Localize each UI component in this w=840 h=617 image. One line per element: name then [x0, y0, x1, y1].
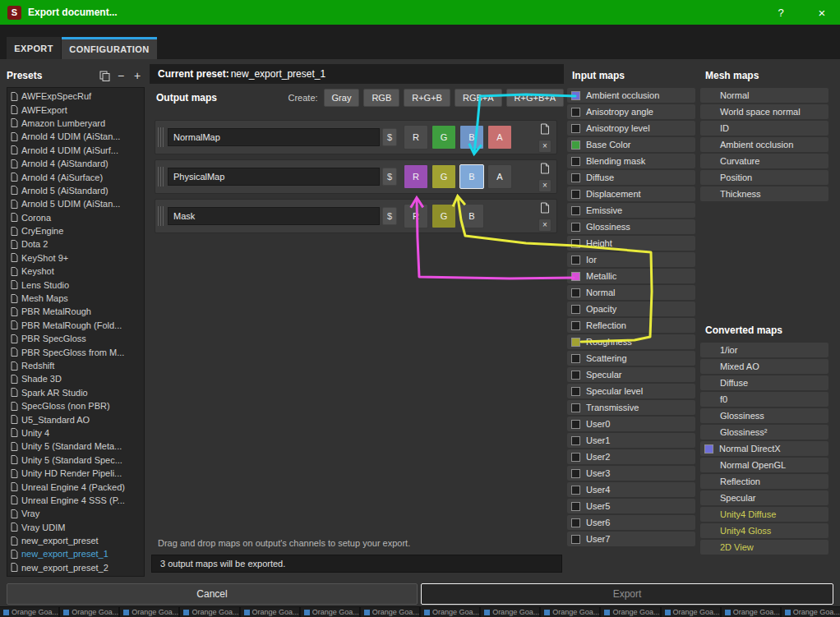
- taskbar-item[interactable]: Orange Goa...: [421, 607, 479, 617]
- map-checkbox[interactable]: [571, 190, 580, 199]
- preset-list-item[interactable]: SpecGloss (non PBR): [7, 399, 144, 412]
- channel-r[interactable]: R: [404, 164, 428, 189]
- input-map-item[interactable]: User7: [567, 532, 695, 546]
- channel-g[interactable]: G: [432, 164, 456, 189]
- preset-list-item[interactable]: Unreal Engine 4 (Packed): [7, 480, 144, 493]
- map-checkbox[interactable]: [571, 108, 580, 117]
- channel-g[interactable]: G: [432, 125, 456, 150]
- input-map-item[interactable]: User4: [567, 482, 695, 497]
- preset-list-item[interactable]: Spark AR Studio: [7, 386, 144, 399]
- taskbar-item[interactable]: Orange Goa...: [541, 607, 599, 617]
- preset-list-item[interactable]: Arnold 4 UDIM (AiStan...: [7, 130, 144, 143]
- map-checkbox[interactable]: [571, 502, 580, 511]
- preset-list-item[interactable]: Unity 5 (Standard Spec...: [7, 454, 144, 467]
- map-checkbox[interactable]: [571, 420, 580, 429]
- preset-list-item[interactable]: Lens Studio: [7, 278, 144, 291]
- input-map-item[interactable]: Emissive: [567, 203, 695, 218]
- taskbar-item[interactable]: Orange Goa...: [601, 607, 659, 617]
- map-checkbox[interactable]: [571, 436, 580, 445]
- input-map-item[interactable]: User3: [567, 466, 695, 481]
- converted-map-item[interactable]: Reflection: [700, 474, 828, 489]
- cancel-button[interactable]: Cancel: [7, 583, 418, 605]
- preset-list-item[interactable]: Arnold 4 (AiStandard): [7, 157, 144, 170]
- channel-r[interactable]: R: [404, 204, 428, 228]
- input-map-item[interactable]: Reflection: [567, 318, 695, 333]
- copy-preset-button[interactable]: [97, 68, 112, 83]
- map-checkbox[interactable]: [571, 387, 580, 396]
- input-map-item[interactable]: Diffuse: [567, 170, 695, 185]
- converted-map-item[interactable]: 1/ior: [700, 343, 828, 357]
- input-map-item[interactable]: User2: [567, 449, 695, 464]
- dollar-button[interactable]: $: [382, 207, 397, 225]
- map-checkbox[interactable]: [571, 288, 580, 297]
- map-name-input[interactable]: [168, 207, 380, 225]
- close-icon[interactable]: ×: [809, 0, 835, 25]
- channel-b[interactable]: B: [459, 164, 484, 189]
- mesh-map-item[interactable]: Curvature: [700, 154, 828, 168]
- taskbar-item[interactable]: Orange Goa...: [722, 607, 780, 617]
- preset-list-item[interactable]: Unity HD Render Pipeli...: [7, 467, 144, 480]
- preset-list-item[interactable]: PBR MetalRough: [7, 305, 144, 318]
- input-map-item[interactable]: Ambient occlusion: [567, 88, 695, 103]
- mesh-map-item[interactable]: Position: [700, 170, 828, 185]
- input-map-item[interactable]: Specular: [567, 367, 695, 382]
- channel-r[interactable]: R: [404, 125, 428, 150]
- taskbar-item[interactable]: Orange Goa...: [782, 607, 840, 617]
- remove-preset-button[interactable]: −: [113, 68, 128, 83]
- map-checkbox[interactable]: [571, 272, 580, 281]
- taskbar-item[interactable]: Orange Goa...: [0, 607, 58, 617]
- preset-list-item[interactable]: U5_Standard AO: [7, 412, 144, 426]
- taskbar-item[interactable]: Orange Goa...: [120, 607, 178, 617]
- channel-b[interactable]: B: [459, 125, 484, 150]
- input-map-item[interactable]: Metallic: [567, 269, 695, 283]
- add-preset-button[interactable]: +: [130, 68, 145, 83]
- preset-list-item[interactable]: new_export_preset: [7, 534, 144, 547]
- input-map-item[interactable]: Ior: [567, 252, 695, 267]
- preset-list-item[interactable]: PBR SpecGloss: [7, 332, 144, 345]
- channel-g[interactable]: G: [432, 204, 456, 228]
- preset-list-item[interactable]: Vray: [7, 507, 144, 520]
- input-map-item[interactable]: User1: [567, 433, 695, 448]
- preset-list-item[interactable]: Dota 2: [7, 237, 144, 251]
- taskbar-item[interactable]: Orange Goa...: [301, 607, 359, 617]
- preset-list-item[interactable]: Amazon Lumberyard: [7, 117, 144, 130]
- channel-a[interactable]: A: [487, 125, 512, 150]
- input-map-item[interactable]: Height: [567, 236, 695, 251]
- input-map-item[interactable]: Displacement: [567, 186, 695, 201]
- converted-map-item[interactable]: Normal OpenGL: [700, 458, 828, 472]
- preset-list-item[interactable]: Shade 3D: [7, 372, 144, 385]
- map-checkbox[interactable]: [571, 223, 580, 232]
- converted-map-item[interactable]: Normal DirectX: [700, 441, 828, 456]
- preset-list-item[interactable]: PBR SpecGloss from M...: [7, 345, 144, 358]
- input-map-item[interactable]: Opacity: [567, 302, 695, 316]
- taskbar-item[interactable]: Orange Goa...: [180, 607, 238, 617]
- create-map-button[interactable]: Gray: [324, 89, 360, 107]
- converted-map-item[interactable]: Glossiness: [700, 408, 828, 423]
- create-map-button[interactable]: R+G+B+A: [506, 89, 564, 107]
- map-name-input[interactable]: [168, 128, 380, 146]
- taskbar-item[interactable]: Orange Goa...: [60, 607, 118, 617]
- export-file-icon[interactable]: [538, 123, 552, 136]
- preset-list-item[interactable]: Vray UDIM: [7, 521, 144, 534]
- tab[interactable]: CONFIGURATION: [62, 37, 157, 59]
- preset-list-item[interactable]: Corona: [7, 211, 144, 224]
- map-checkbox[interactable]: [571, 206, 580, 215]
- mesh-map-item[interactable]: Normal: [700, 88, 828, 103]
- export-file-icon[interactable]: [538, 202, 552, 215]
- map-checkbox[interactable]: [571, 354, 580, 363]
- preset-list-item[interactable]: Unity 5 (Standard Meta...: [7, 440, 144, 453]
- map-checkbox[interactable]: [571, 173, 580, 182]
- converted-map-item[interactable]: Glossiness²: [700, 425, 828, 440]
- mesh-map-item[interactable]: Thickness: [700, 186, 828, 201]
- map-checkbox[interactable]: [571, 403, 580, 412]
- dollar-button[interactable]: $: [382, 168, 397, 186]
- preset-list-item[interactable]: new_export_preset_2: [7, 561, 144, 574]
- converted-map-item[interactable]: Unity4 Gloss: [700, 523, 828, 538]
- map-checkbox[interactable]: [571, 140, 580, 150]
- input-map-item[interactable]: Normal: [567, 285, 695, 300]
- input-map-item[interactable]: Anisotropy angle: [567, 104, 695, 119]
- preset-list-item[interactable]: AWFExport: [7, 103, 144, 116]
- preset-list-item[interactable]: Arnold 4 UDIM (AiSurf...: [7, 144, 144, 157]
- taskbar-item[interactable]: Orange Goa...: [662, 607, 720, 617]
- taskbar-item[interactable]: Orange Goa...: [361, 607, 419, 617]
